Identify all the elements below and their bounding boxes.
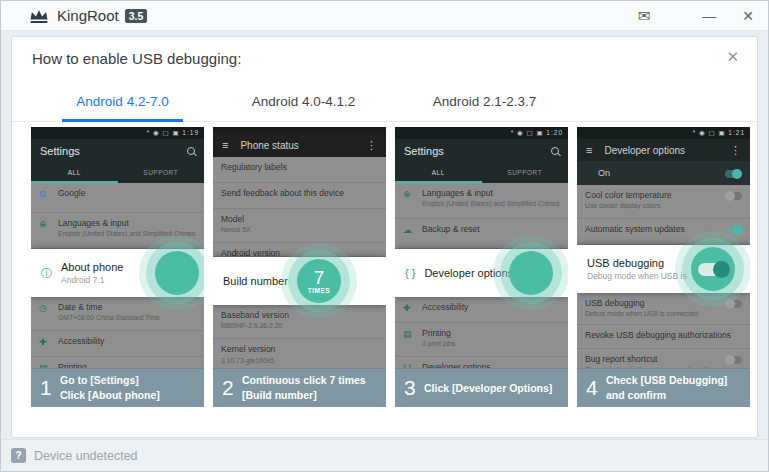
tab-android-4-0-4-1-2[interactable]: Android 4.0-4.1.2 xyxy=(213,86,394,121)
highlight-usb-debugging: USB debugging Debug mode when USB is xyxy=(577,245,750,293)
status-bar: ? Device undetected xyxy=(1,439,768,471)
list-item: ✚ Accessibility xyxy=(31,331,204,357)
titlebar: KingRoot 3.5 ✉ — ✕ xyxy=(1,1,768,31)
crown-logo-icon xyxy=(28,8,50,24)
settings-tabs: ALL SUPPORT xyxy=(31,163,204,183)
overflow-menu-icon: ⋮ xyxy=(730,144,741,157)
list-item: Send feedback about this device xyxy=(213,183,386,209)
phone-screenshot-step4: * ◉ ▢ ▣ 1:21 ≡ Developer options ⋮ On Co… xyxy=(577,127,750,369)
phone-status-bar: * ◉ ▢ ▣ 1:19 xyxy=(31,127,204,139)
accessibility-icon: ✚ xyxy=(403,302,422,322)
developer-options-on-row: On xyxy=(577,161,750,185)
info-icon: ⓘ xyxy=(41,266,52,281)
app-title: KingRoot xyxy=(57,7,119,24)
phone-screenshot-step1: * ◉ ▢ ▣ 1:19 Settings ALL SUPPORT G Goog… xyxy=(31,127,204,369)
overflow-menu-icon: ⋮ xyxy=(366,139,377,152)
list-item: { } Developer options xyxy=(395,357,568,369)
dialog-close-icon[interactable]: ✕ xyxy=(726,48,739,66)
phone-status-header: ≡ Phone status ⋮ xyxy=(213,133,386,157)
clock-icon: ◷ xyxy=(39,302,58,330)
toggle-on xyxy=(725,170,741,178)
android-version-tabs: Android 4.2-7.0 Android 4.0-4.1.2 Androi… xyxy=(12,86,757,122)
tab-android-4-2-7-0[interactable]: Android 4.2-7.0 xyxy=(32,86,213,121)
help-icon[interactable]: ? xyxy=(11,448,26,463)
menu-icon: ≡ xyxy=(586,144,592,156)
tap-indicator-icon: 7 TIMES xyxy=(288,250,350,312)
highlight-developer-options: { } Developer options xyxy=(395,249,568,297)
highlight-build-number: Build number 7 TIMES xyxy=(213,257,386,305)
tutorial-steps: * ◉ ▢ ▣ 1:19 Settings ALL SUPPORT G Goog… xyxy=(31,127,750,407)
device-status-text: Device undetected xyxy=(34,449,138,463)
toggle-on xyxy=(726,226,742,234)
tab-support: SUPPORT xyxy=(118,163,205,183)
list-item: Baseband version M8994F-2.6.36.2.20 xyxy=(213,305,386,339)
menu-icon: ≡ xyxy=(222,139,228,151)
list-item: G Google xyxy=(31,183,204,213)
settings-header: Settings xyxy=(395,139,568,163)
settings-header: Settings xyxy=(31,139,204,163)
kingroot-window: KingRoot 3.5 ✉ — ✕ How to enable USB deb… xyxy=(0,0,769,472)
printer-icon: ▤ xyxy=(39,362,58,368)
list-item: ▤ Printing xyxy=(31,357,204,369)
phone-screenshot-step2: ≡ Phone status ⋮ Regulatory labels Send … xyxy=(213,127,386,369)
step-number: 4 xyxy=(586,376,606,400)
braces-icon: { } xyxy=(403,362,422,368)
step-number: 3 xyxy=(404,376,424,400)
tab-all: ALL xyxy=(395,163,482,183)
globe-icon: ⊕ xyxy=(403,188,422,218)
list-item: Model Nexus 5X xyxy=(213,209,386,243)
step-3: * ◉ ▢ ▣ 1:20 Settings ALL SUPPORT ⊕ Lang… xyxy=(395,127,568,407)
tab-support: SUPPORT xyxy=(482,163,569,183)
step-caption: 3 Click [Developer Options] xyxy=(395,369,568,407)
step-2: ≡ Phone status ⋮ Regulatory labels Send … xyxy=(213,127,386,407)
step-caption: 2 Continuous click 7 times [Build number… xyxy=(213,369,386,407)
settings-tabs: ALL SUPPORT xyxy=(395,163,568,183)
step-1: * ◉ ▢ ▣ 1:19 Settings ALL SUPPORT G Goog… xyxy=(31,127,204,407)
tab-android-2-1-2-3-7[interactable]: Android 2.1-2.3.7 xyxy=(394,86,575,121)
highlight-about-phone: ⓘ About phone Android 7.1 xyxy=(31,249,204,297)
google-icon: G xyxy=(39,188,58,212)
step-number: 1 xyxy=(40,376,60,400)
list-item: Kernel version 3.10.73-gfe160e5 android-… xyxy=(213,339,386,369)
list-item: ⊕ Languages & input English (United Stat… xyxy=(395,183,568,219)
cloud-icon: ☁ xyxy=(403,224,422,248)
developer-options-header: ≡ Developer options ⋮ xyxy=(577,139,750,161)
list-item: ▤ Printing 0 print jobs xyxy=(395,323,568,357)
dialog-title: How to enable USB debugging: xyxy=(32,50,241,67)
mail-icon[interactable]: ✉ xyxy=(638,7,651,25)
tab-all: ALL xyxy=(31,163,118,183)
usb-debugging-dialog: How to enable USB debugging: ✕ Android 4… xyxy=(11,36,758,438)
tap-indicator-icon xyxy=(500,242,562,304)
step-caption: 4 Check [USB Debugging] and confirm xyxy=(577,369,750,407)
toggle-off xyxy=(726,356,742,364)
globe-icon: ⊕ xyxy=(39,218,58,248)
toggle-on xyxy=(698,263,728,276)
accessibility-icon: ✚ xyxy=(39,336,58,356)
list-item: Bug report shortcut Show a button in the… xyxy=(577,349,750,369)
version-badge: 3.5 xyxy=(125,9,148,23)
toggle-off xyxy=(726,192,742,200)
printer-icon: ▤ xyxy=(403,328,422,356)
tap-indicator-icon xyxy=(682,238,744,300)
list-item: Regulatory labels xyxy=(213,157,386,183)
phone-status-bar: * ◉ ▢ ▣ 1:20 xyxy=(395,127,568,139)
step-4: * ◉ ▢ ▣ 1:21 ≡ Developer options ⋮ On Co… xyxy=(577,127,750,407)
phone-screenshot-step3: * ◉ ▢ ▣ 1:20 Settings ALL SUPPORT ⊕ Lang… xyxy=(395,127,568,369)
braces-icon: { } xyxy=(405,267,415,279)
step-caption: 1 Go to [Settings] Click [About phone] xyxy=(31,369,204,407)
step-number: 2 xyxy=(222,376,242,400)
search-icon xyxy=(551,147,559,155)
list-item: Android version xyxy=(213,243,386,257)
search-icon xyxy=(187,147,195,155)
phone-status-bar: * ◉ ▢ ▣ 1:21 xyxy=(577,127,750,139)
window-close-button[interactable]: ✕ xyxy=(742,8,754,24)
minimize-button[interactable]: — xyxy=(702,8,716,24)
tap-indicator-icon xyxy=(146,242,204,304)
list-item: Cool color temperature Use cooler displa… xyxy=(577,185,750,219)
list-item: Revoke USB debugging authorizations xyxy=(577,325,750,349)
toggle-off xyxy=(726,300,742,308)
